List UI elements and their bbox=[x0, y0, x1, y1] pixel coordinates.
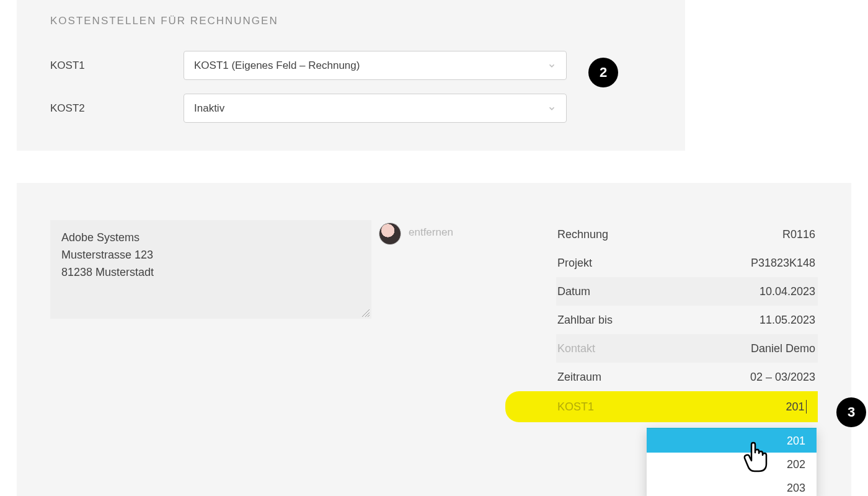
meta-label: Zeitraum bbox=[557, 371, 601, 384]
meta-label: Zahlbar bis bbox=[557, 314, 613, 327]
meta-label: Rechnung bbox=[557, 228, 608, 241]
invoice-preview-panel: Adobe Systems Musterstrasse 123 81238 Mu… bbox=[17, 183, 851, 496]
meta-label: KOST1 bbox=[557, 401, 594, 414]
meta-row-rechnung: Rechnung R0116 bbox=[556, 220, 818, 249]
cost-center-settings-panel: KOSTENSTELLEN FÜR RECHNUNGEN KOST1 KOST1… bbox=[17, 0, 685, 151]
kost2-label: KOST2 bbox=[50, 102, 184, 115]
step-badge-2: 2 bbox=[588, 58, 618, 87]
section-title: KOSTENSTELLEN FÜR RECHNUNGEN bbox=[50, 15, 652, 27]
meta-row-zahlbar: Zahlbar bis 11.05.2023 bbox=[556, 306, 818, 334]
chevron-down-icon bbox=[547, 61, 556, 70]
meta-value[interactable]: R0116 bbox=[782, 228, 815, 241]
kost2-row: KOST2 Inaktiv bbox=[50, 94, 652, 123]
kost2-select-value: Inaktiv bbox=[194, 102, 224, 115]
meta-value[interactable]: Daniel Demo bbox=[751, 342, 815, 355]
meta-value[interactable]: 10.04.2023 bbox=[760, 285, 815, 298]
kost1-label: KOST1 bbox=[50, 60, 184, 72]
meta-row-datum: Datum 10.04.2023 bbox=[556, 277, 818, 306]
address-line2: Musterstrasse 123 bbox=[61, 247, 360, 264]
dropdown-option-201[interactable]: 201 bbox=[647, 429, 817, 453]
kost2-select[interactable]: Inaktiv bbox=[184, 94, 567, 123]
meta-label: Projekt bbox=[557, 257, 592, 270]
address-line1: Adobe Systems bbox=[61, 229, 360, 247]
meta-value[interactable]: P31823K148 bbox=[751, 257, 815, 270]
dropdown-option-202[interactable]: 202 bbox=[647, 453, 817, 476]
address-line3: 81238 Musterstadt bbox=[61, 264, 360, 281]
meta-row-projekt: Projekt P31823K148 bbox=[556, 249, 818, 277]
invoice-meta-list: Rechnung R0116 Projekt P31823K148 Datum … bbox=[556, 220, 818, 422]
meta-label: Kontakt bbox=[557, 342, 595, 355]
meta-value[interactable]: 02 – 03/2023 bbox=[750, 371, 815, 384]
kost1-select[interactable]: KOST1 (Eigenes Feld – Rechnung) bbox=[184, 51, 567, 80]
meta-value[interactable]: 11.05.2023 bbox=[760, 314, 815, 327]
meta-row-kost1: KOST1 201 bbox=[505, 391, 818, 422]
step-badge-2-label: 2 bbox=[600, 64, 607, 81]
kost1-input[interactable]: 201 bbox=[786, 400, 807, 414]
step-badge-3-label: 3 bbox=[848, 404, 855, 420]
avatar[interactable] bbox=[379, 223, 401, 245]
kost1-dropdown: 201 202 203 bbox=[647, 428, 817, 496]
meta-row-kontakt: Kontakt Daniel Demo bbox=[556, 334, 818, 363]
text-caret-icon bbox=[806, 400, 807, 414]
pointer-cursor-icon bbox=[741, 440, 771, 475]
remove-link[interactable]: entfernen bbox=[409, 223, 453, 239]
kost1-input-value: 201 bbox=[786, 401, 804, 414]
invoice-columns: Adobe Systems Musterstrasse 123 81238 Mu… bbox=[50, 220, 818, 422]
meta-row-zeitraum: Zeitraum 02 – 03/2023 bbox=[556, 363, 818, 391]
chevron-down-icon bbox=[547, 104, 556, 113]
dropdown-option-203[interactable]: 203 bbox=[647, 476, 817, 496]
kost1-select-value: KOST1 (Eigenes Feld – Rechnung) bbox=[194, 60, 360, 72]
contact-remove-group: entfernen bbox=[379, 220, 453, 422]
address-textarea[interactable]: Adobe Systems Musterstrasse 123 81238 Mu… bbox=[50, 220, 371, 319]
meta-label: Datum bbox=[557, 285, 590, 298]
kost1-row: KOST1 KOST1 (Eigenes Feld – Rechnung) bbox=[50, 51, 652, 80]
resize-handle-icon[interactable] bbox=[362, 309, 370, 317]
step-badge-3: 3 bbox=[836, 397, 866, 427]
